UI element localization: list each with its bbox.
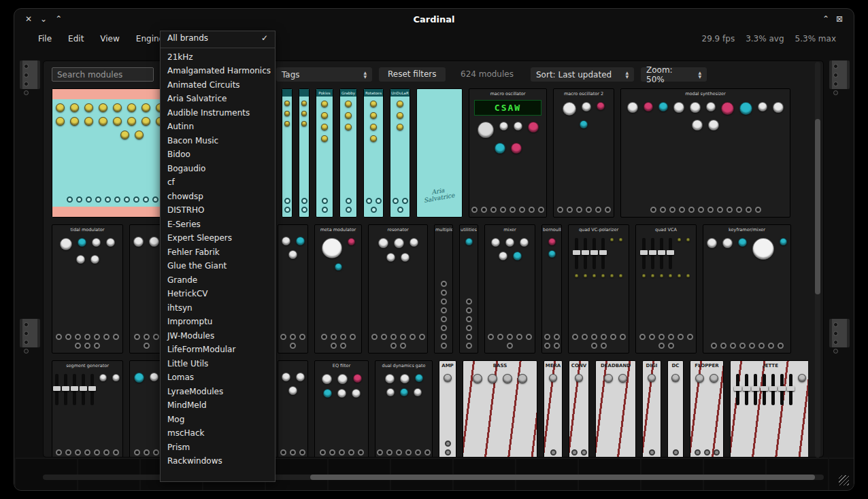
jack-port-icon: [405, 449, 412, 455]
horizontal-scrollbar-thumb[interactable]: [310, 475, 815, 480]
slider-icon: [82, 374, 85, 405]
chevron-up-icon[interactable]: ⌃: [55, 14, 62, 24]
module-preview-quad-vca[interactable]: quad VCA: [635, 224, 697, 354]
chevron-down-icon[interactable]: ⌄: [40, 14, 47, 24]
brand-menu-item[interactable]: ihtsyn: [161, 301, 275, 315]
sort-select[interactable]: Sort: Last updated: [531, 67, 634, 82]
titlebar[interactable]: ✕ ⌄ ⌃ Cardinal ⌃ ⊠: [14, 9, 854, 29]
brand-menu-item[interactable]: Impromptu: [161, 315, 275, 329]
brand-menu-item[interactable]: Autinn: [161, 120, 275, 134]
reset-filters-button[interactable]: Reset filters: [379, 67, 446, 82]
brand-menu-item[interactable]: LifeFormModular: [161, 343, 275, 357]
module-preview-utilities[interactable]: utilities: [459, 224, 478, 354]
module-preview-dual-dynamics-gate[interactable]: dual dynamics gate: [375, 360, 433, 457]
menu-item[interactable]: File: [32, 32, 58, 46]
module-preview-multiples[interactable]: multiples: [434, 224, 453, 354]
brand-menu-item[interactable]: Aria Salvatrice: [161, 92, 275, 106]
module-preview[interactable]: Aria Salvatrice: [416, 88, 463, 218]
brand-menu-item[interactable]: MindMeld: [161, 398, 275, 413]
brand-menu-item[interactable]: chowdsp: [161, 190, 275, 204]
brand-menu-item[interactable]: Expert Sleepers: [161, 231, 275, 245]
module-preview-modal-synthesizer[interactable]: modal synthesizer: [620, 88, 790, 218]
brand-menu-item[interactable]: Lomas: [161, 371, 275, 385]
resize-grip[interactable]: [839, 475, 849, 485]
module-preview-quad-vc-polarizer[interactable]: quad VC-polarizer: [568, 224, 629, 354]
brand-menu-item[interactable]: Glue the Giant: [161, 259, 275, 273]
module-preview-undular[interactable]: UnDuLaR: [390, 88, 410, 218]
module-preview-tidal-modulator[interactable]: tidal modulator: [52, 224, 123, 354]
close-box-icon[interactable]: ⊠: [836, 14, 843, 24]
module-panel: [596, 370, 635, 456]
brand-menu-item[interactable]: 21kHz: [161, 50, 275, 65]
brand-menu-item[interactable]: Mog: [161, 413, 275, 427]
jack-port-icon: [375, 198, 382, 204]
zoom-select[interactable]: Zoom: 50%: [641, 67, 707, 82]
brand-menu-item[interactable]: Fehler Fabrik: [161, 245, 275, 260]
module-preview[interactable]: [129, 360, 163, 457]
knob-icon: [692, 120, 703, 131]
menu-item[interactable]: Edit: [62, 32, 90, 46]
module-panel: [439, 370, 456, 438]
brand-menu-item[interactable]: E-Series: [161, 218, 275, 232]
module-title: macro oscillator 2: [554, 89, 614, 98]
brand-menu-item[interactable]: HetrickCV: [161, 287, 275, 301]
module-preview-rotatoes[interactable]: Rotatoes: [363, 88, 384, 218]
module-preview-jette[interactable]: JETTE: [730, 360, 808, 457]
module-preview-bass[interactable]: BASS: [463, 360, 537, 457]
brand-menu-item[interactable]: Bogaudio: [161, 162, 275, 176]
module-preview-flopper[interactable]: FLOPPER: [690, 360, 724, 457]
module-preview-bernoulli-gate[interactable]: bernoulli gate: [541, 224, 562, 354]
jack-port-icon: [299, 334, 305, 340]
module-preview-keyframer-mixer[interactable]: keyframer/mixer: [703, 224, 791, 354]
module-preview-mixer[interactable]: mixer: [484, 224, 535, 354]
search-input[interactable]: [52, 67, 154, 82]
close-icon[interactable]: ✕: [25, 14, 32, 24]
collapse-icon[interactable]: ⌃: [822, 14, 829, 24]
jack-port-icon: [507, 334, 513, 340]
module-preview-meta-modulator[interactable]: meta modulator: [314, 224, 362, 354]
tags-select[interactable]: Tags: [276, 67, 372, 82]
module-preview[interactable]: [278, 360, 308, 457]
brand-menu-item[interactable]: cf: [161, 175, 275, 190]
module-preview-macro-oscillator[interactable]: macro oscillatorCSAW: [469, 88, 547, 218]
vertical-scrollbar[interactable]: [815, 62, 820, 458]
module-title: [299, 89, 309, 97]
module-preview-digi[interactable]: DIGI: [642, 360, 661, 457]
module-preview-deadband[interactable]: DEADBAND: [595, 360, 636, 457]
module-preview[interactable]: [278, 224, 308, 354]
module-preview-segment-generator[interactable]: segment generator: [52, 360, 123, 457]
module-preview-grabby[interactable]: Grabby: [339, 88, 357, 218]
jack-port-icon: [339, 449, 345, 455]
brand-menu-item[interactable]: Audible Instruments: [161, 106, 275, 120]
module-preview-conv[interactable]: CONV: [569, 360, 589, 457]
jack-port-icon: [280, 334, 286, 340]
module-preview-amp[interactable]: AMP: [439, 360, 456, 457]
brand-menu-item[interactable]: DISTRHO: [161, 203, 275, 218]
module-preview[interactable]: [299, 88, 310, 218]
brand-menu-item[interactable]: Prism: [161, 441, 275, 455]
vertical-scrollbar-thumb[interactable]: [815, 119, 820, 294]
module-preview[interactable]: [282, 88, 293, 218]
brand-menu-item-all-brands[interactable]: All brands ✓: [161, 31, 275, 46]
module-preview-macro-oscillator-2[interactable]: macro oscillator 2: [553, 88, 614, 218]
brand-menu-item[interactable]: Grande: [161, 273, 275, 288]
module-preview-mera[interactable]: MERA: [544, 360, 563, 457]
brand-menu-item[interactable]: JW-Modules: [161, 329, 275, 343]
module-preview-pokies[interactable]: Pokies: [316, 88, 333, 218]
brand-menu-item[interactable]: Bidoo: [161, 148, 275, 162]
module-preview[interactable]: [129, 224, 163, 354]
menu-item[interactable]: View: [94, 32, 125, 46]
brand-menu-item[interactable]: mscHack: [161, 426, 275, 441]
module-preview-dc[interactable]: DC: [667, 360, 684, 457]
module-preview-resonator[interactable]: resonator: [368, 224, 428, 354]
module-preview-eq-filter[interactable]: EQ filter: [314, 360, 369, 457]
jack-port-icon: [290, 449, 296, 455]
brand-menu-item[interactable]: Bacon Music: [161, 134, 275, 148]
brand-menu-item[interactable]: Amalgamated Harmonics: [161, 64, 275, 78]
jack-port-icon: [567, 207, 573, 213]
brand-menu-item[interactable]: LyraeModules: [161, 385, 275, 399]
brand-menu-item[interactable]: Rackwindows: [161, 454, 275, 468]
brand-menu-item[interactable]: Animated Circuits: [161, 78, 275, 92]
knob-icon: [580, 120, 588, 128]
brand-menu-item[interactable]: Little Utils: [161, 357, 275, 371]
